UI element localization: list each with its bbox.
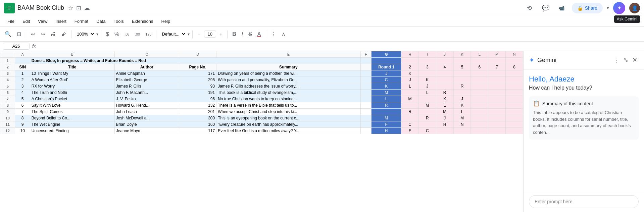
cell-page-2[interactable]: Page No. <box>179 64 216 70</box>
cell-h-2[interactable]: 2 <box>401 64 419 70</box>
cell-f-5[interactable] <box>360 83 371 90</box>
cell-summary-11[interactable]: "Every creature on earth has approximate… <box>216 121 360 128</box>
cell-i-7[interactable] <box>418 96 436 102</box>
cell-l-7[interactable] <box>471 96 488 102</box>
cell-l-12[interactable] <box>471 128 488 134</box>
cell-sn-10[interactable]: 8 <box>15 115 30 121</box>
col-header-h[interactable]: H <box>401 51 419 58</box>
cell-n-7[interactable] <box>506 96 523 102</box>
cell-title-6[interactable]: The Truth and Nothi <box>30 90 114 96</box>
cell-h-9[interactable]: R <box>401 109 419 115</box>
cell-k-10[interactable]: M <box>453 115 471 121</box>
cell-i-11[interactable] <box>418 121 436 128</box>
cell-f-10[interactable] <box>360 115 371 121</box>
percent-btn[interactable]: % <box>112 30 121 39</box>
cell-m-4[interactable] <box>488 77 506 83</box>
comments-icon[interactable]: 💬 <box>540 2 552 14</box>
cell-m-9[interactable] <box>488 109 506 115</box>
cell-h-12[interactable]: F <box>401 128 419 134</box>
cell-summary-5[interactable]: James P. Gills addresses the issue of wo… <box>216 83 360 90</box>
cell-l-2[interactable]: 6 <box>471 64 488 70</box>
cell-h-7[interactable]: M <box>401 96 419 102</box>
cell-n-10[interactable] <box>506 115 523 121</box>
cell-author-6[interactable]: John F. Macarth... <box>114 90 179 96</box>
cell-i-6[interactable]: L <box>418 90 436 96</box>
cell-round1-4[interactable]: C <box>371 77 401 83</box>
cell-l-4[interactable] <box>471 77 488 83</box>
cell-sn-4[interactable]: 2 <box>15 77 30 83</box>
cell-summary-4[interactable]: With passion and personality, Elizabeth … <box>216 77 360 83</box>
cell-m-5[interactable] <box>488 83 506 90</box>
cell-k-3[interactable] <box>453 70 471 77</box>
cell-n-5[interactable] <box>506 83 523 90</box>
cell-author-4[interactable]: Elizabeth George <box>114 77 179 83</box>
cell-h-4[interactable]: J <box>401 77 419 83</box>
cell-k-2[interactable]: 5 <box>453 64 471 70</box>
cell-sn-9[interactable]: 7 <box>15 109 30 115</box>
cell-sn-5[interactable]: 3 <box>15 83 30 90</box>
cell-i-12[interactable]: C <box>418 128 436 134</box>
cell-f-9[interactable] <box>360 109 371 115</box>
cell-author-8[interactable]: Howard G. Hend... <box>114 102 179 109</box>
gemini-button[interactable]: ✦ <box>613 2 625 14</box>
cell-page-11[interactable]: 160 <box>179 121 216 128</box>
cell-page-6[interactable]: 191 <box>179 90 216 96</box>
cell-h-5[interactable]: L <box>401 83 419 90</box>
cell-j-7[interactable]: K <box>436 96 453 102</box>
cell-j-2[interactable]: 4 <box>436 64 453 70</box>
gemini-expand-icon[interactable]: ⤡ <box>622 55 630 65</box>
cell-round1-9[interactable] <box>371 109 401 115</box>
cell-m-2[interactable]: 7 <box>488 64 506 70</box>
cell-m-10[interactable] <box>488 115 506 121</box>
cell-j-12[interactable] <box>436 128 453 134</box>
font-size-input[interactable]: 10 <box>204 31 216 38</box>
cell-a1[interactable] <box>15 58 30 64</box>
paint-format-icon[interactable]: 🖌 <box>59 30 68 39</box>
cell-n-6[interactable] <box>506 90 523 96</box>
col-header-b[interactable]: B <box>30 51 114 58</box>
share-dropdown-icon[interactable]: ▾ <box>607 5 609 10</box>
cell-j-10[interactable]: J <box>436 115 453 121</box>
cell-page-7[interactable]: 96 <box>179 96 216 102</box>
cell-i-4[interactable]: K <box>418 77 436 83</box>
cell-summary-2[interactable]: Summary <box>216 64 360 70</box>
cell-m-3[interactable] <box>488 70 506 77</box>
more-options-btn[interactable]: ⋮ <box>269 30 278 39</box>
cell-h-10[interactable] <box>401 115 419 121</box>
col-header-m[interactable]: M <box>488 51 506 58</box>
cell-author-7[interactable]: J. V. Fesko <box>114 96 179 102</box>
cell-page-9[interactable]: 201 <box>179 109 216 115</box>
cell-j-5[interactable] <box>436 83 453 90</box>
menu-edit[interactable]: Edit <box>19 17 33 25</box>
menu-extensions[interactable]: Extensions <box>129 17 157 25</box>
col-header-g[interactable]: G <box>371 51 401 58</box>
format-123[interactable]: 123 <box>143 31 153 38</box>
cell-j-11[interactable]: H <box>436 121 453 128</box>
cell-m-8[interactable] <box>488 102 506 109</box>
cell-sn-3[interactable]: 1 <box>15 70 30 77</box>
cell-k-6[interactable] <box>453 90 471 96</box>
cell-n-12[interactable] <box>506 128 523 134</box>
cell-round1-5[interactable]: K <box>371 83 401 90</box>
menu-file[interactable]: File <box>4 17 18 25</box>
menu-data[interactable]: Data <box>93 17 109 25</box>
cell-m-11[interactable] <box>488 121 506 128</box>
history-icon[interactable]: ⟲ <box>524 2 536 14</box>
gemini-prompt-input[interactable] <box>529 195 639 208</box>
cell-j-8[interactable]: L <box>436 102 453 109</box>
cell-title-3[interactable]: 10 Things I Want My <box>30 70 114 77</box>
cell-title-9[interactable]: The Spirit Comes <box>30 109 114 115</box>
cell-k-4[interactable] <box>453 77 471 83</box>
cell-f-3[interactable] <box>360 70 371 77</box>
cell-summary-7[interactable]: No true Christian wants to keep on sinni… <box>216 96 360 102</box>
cell-title-10[interactable]: Beyond Belief to Co... <box>30 115 114 121</box>
cell-h-8[interactable] <box>401 102 419 109</box>
cell-title-7[interactable]: A Christian's Pocket <box>30 96 114 102</box>
avatar[interactable]: 👤 <box>629 3 640 13</box>
cell-k-5[interactable]: R <box>453 83 471 90</box>
menu-help[interactable]: Help <box>158 17 174 25</box>
decrease-decimal[interactable]: .0↓ <box>122 31 132 38</box>
cell-round1-6[interactable]: M <box>371 90 401 96</box>
cell-author-12[interactable]: Jeanne Mayo <box>114 128 179 134</box>
cell-l-5[interactable] <box>471 83 488 90</box>
